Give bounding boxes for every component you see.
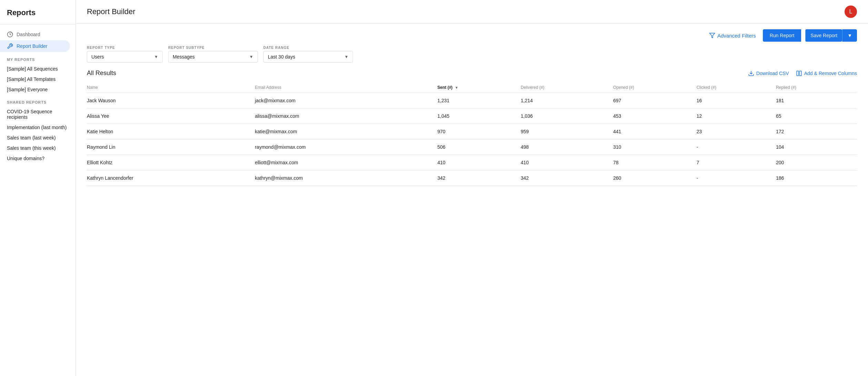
cell-clicked: 7 (696, 155, 776, 170)
report-type-group: REPORT TYPE Users ▼ (87, 46, 163, 63)
sidebar-item-sample-all-templates[interactable]: [Sample] All Templates (0, 74, 75, 84)
report-type-select[interactable]: Users ▼ (87, 51, 163, 63)
cell-delivered: 410 (521, 155, 613, 170)
advanced-filters-label: Advanced Filters (717, 33, 756, 39)
report-subtype-value: Messages (173, 54, 195, 60)
table-header: NameEmail AddressSent (#) ▼Delivered (#)… (87, 82, 857, 93)
table-row: Elliott Kohtzelliott@mixmax.com410410787… (87, 155, 857, 170)
report-builder-icon (7, 43, 13, 49)
sidebar-item-covid19[interactable]: COVID-19 Sequence recipients (0, 106, 75, 122)
cell-replied: 181 (776, 93, 857, 108)
cell-opened: 453 (613, 108, 697, 124)
results-header: All Results Download CSV (87, 70, 857, 77)
cell-clicked: - (696, 170, 776, 186)
cell-email: jack@mixmax.com (255, 93, 437, 108)
results-actions: Download CSV Add & Remove Columns (748, 70, 857, 76)
sort-icon: ▼ (454, 86, 458, 90)
report-subtype-select[interactable]: Messages ▼ (168, 51, 258, 63)
table-row: Jack Wausonjack@mixmax.com1,2311,2146971… (87, 93, 857, 108)
cell-sent: 410 (437, 155, 521, 170)
report-type-value: Users (91, 54, 104, 60)
table-row: Alissa Yeealissa@mixmax.com1,0451,036453… (87, 108, 857, 124)
cell-name: Jack Wauson (87, 93, 255, 108)
sidebar-item-report-builder[interactable]: Report Builder (0, 40, 70, 52)
toolbar: Advanced Filters Run Report Save Report … (76, 24, 868, 46)
col-header-clicked[interactable]: Clicked (#) (696, 82, 776, 93)
svg-rect-4 (799, 71, 801, 76)
sidebar-divider-top (0, 24, 75, 24)
cell-replied: 65 (776, 108, 857, 124)
report-subtype-chevron-icon: ▼ (249, 54, 253, 59)
my-reports-list: [Sample] All Sequences[Sample] All Templ… (0, 64, 75, 95)
cell-clicked: 23 (696, 124, 776, 139)
advanced-filters-button[interactable]: Advanced Filters (706, 30, 759, 41)
col-header-name[interactable]: Name (87, 82, 255, 93)
cell-email: kathryn@mixmax.com (255, 170, 437, 186)
page-title: Report Builder (87, 7, 135, 16)
dashboard-icon (7, 31, 13, 38)
sidebar-item-sales-this-week[interactable]: Sales team (this week) (0, 143, 75, 153)
sidebar-item-report-builder-label: Report Builder (17, 43, 48, 49)
shared-reports-section-label: SHARED REPORTS (0, 95, 75, 106)
cell-replied: 172 (776, 124, 857, 139)
cell-delivered: 959 (521, 124, 613, 139)
add-remove-columns-label: Add & Remove Columns (804, 71, 857, 76)
cell-opened: 441 (613, 124, 697, 139)
date-range-value: Last 30 days (268, 54, 295, 60)
date-range-chevron-icon: ▼ (344, 54, 349, 59)
table-body: Jack Wausonjack@mixmax.com1,2311,2146971… (87, 93, 857, 186)
cell-email: katie@mixmax.com (255, 124, 437, 139)
date-range-select[interactable]: Last 30 days ▼ (263, 51, 353, 63)
save-report-group: Save Report ▼ (805, 29, 857, 42)
add-remove-columns-button[interactable]: Add & Remove Columns (796, 70, 857, 76)
cell-clicked: 16 (696, 93, 776, 108)
results-section: All Results Download CSV (76, 70, 868, 376)
cell-sent: 970 (437, 124, 521, 139)
table-row: Kathryn Lancendorferkathryn@mixmax.com34… (87, 170, 857, 186)
results-title: All Results (87, 70, 116, 77)
user-avatar[interactable]: L (845, 6, 857, 18)
sidebar-item-dashboard[interactable]: Dashboard (0, 29, 70, 40)
download-csv-label: Download CSV (756, 71, 789, 76)
table-row: Raymond Linraymond@mixmax.com506498310-1… (87, 139, 857, 155)
run-report-button[interactable]: Run Report (763, 29, 801, 42)
sidebar-item-sales-last-week[interactable]: Sales team (last week) (0, 133, 75, 143)
save-report-dropdown-button[interactable]: ▼ (842, 29, 857, 42)
cell-delivered: 342 (521, 170, 613, 186)
cell-replied: 186 (776, 170, 857, 186)
sidebar-app-title: Reports (0, 8, 75, 24)
col-header-delivered[interactable]: Delivered (#) (521, 82, 613, 93)
results-table: NameEmail AddressSent (#) ▼Delivered (#)… (87, 82, 857, 186)
col-header-opened[interactable]: Opened (#) (613, 82, 697, 93)
table-header-row: NameEmail AddressSent (#) ▼Delivered (#)… (87, 82, 857, 93)
sidebar: Reports Dashboard (0, 0, 76, 376)
cell-delivered: 498 (521, 139, 613, 155)
page-header: Report Builder L (76, 0, 868, 24)
download-csv-button[interactable]: Download CSV (748, 70, 789, 76)
cell-email: raymond@mixmax.com (255, 139, 437, 155)
col-header-replied[interactable]: Replied (#) (776, 82, 857, 93)
download-icon (748, 70, 754, 76)
report-subtype-label: REPORT SUBTYPE (168, 46, 258, 50)
shared-reports-list: COVID-19 Sequence recipientsImplementati… (0, 106, 75, 164)
cell-replied: 200 (776, 155, 857, 170)
date-range-label: DATE RANGE (263, 46, 353, 50)
sidebar-item-unique-domains[interactable]: Unique domains? (0, 153, 75, 164)
save-report-button[interactable]: Save Report (805, 29, 842, 42)
cell-sent: 342 (437, 170, 521, 186)
cell-replied: 104 (776, 139, 857, 155)
col-header-email[interactable]: Email Address (255, 82, 437, 93)
sidebar-nav: Dashboard Report Builder (0, 29, 75, 52)
svg-rect-3 (797, 71, 798, 76)
sidebar-item-sample-everyone[interactable]: [Sample] Everyone (0, 84, 75, 95)
sidebar-item-implementation[interactable]: Implementation (last month) (0, 122, 75, 133)
table-row: Katie Heltonkatie@mixmax.com970959441231… (87, 124, 857, 139)
col-header-sent[interactable]: Sent (#) ▼ (437, 82, 521, 93)
sidebar-item-sample-all-sequences[interactable]: [Sample] All Sequences (0, 64, 75, 74)
cell-email: alissa@mixmax.com (255, 108, 437, 124)
columns-icon (796, 70, 802, 76)
cell-name: Elliott Kohtz (87, 155, 255, 170)
report-subtype-group: REPORT SUBTYPE Messages ▼ (168, 46, 258, 63)
cell-delivered: 1,214 (521, 93, 613, 108)
filter-icon (709, 32, 715, 39)
